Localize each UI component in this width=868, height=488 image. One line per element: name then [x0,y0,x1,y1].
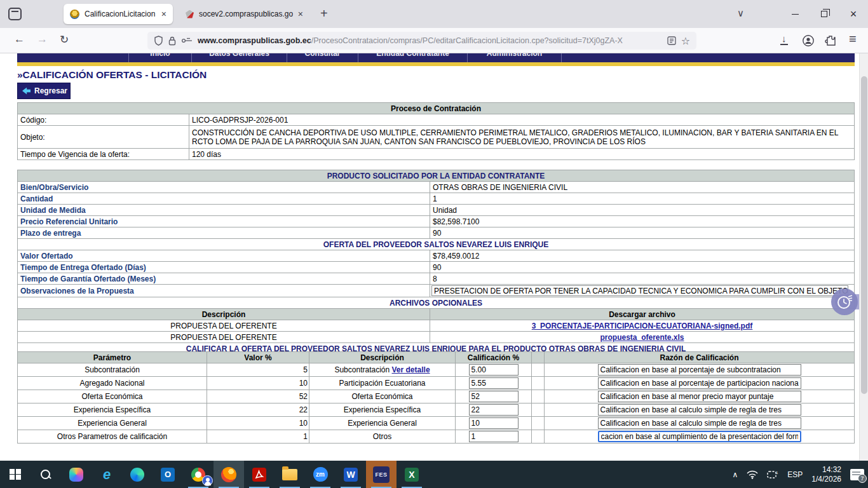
taskbar-acrobat[interactable] [244,461,275,488]
calificacion-input[interactable] [469,404,519,416]
restore-button[interactable] [810,0,839,28]
minimize-button[interactable] [780,0,810,28]
clock[interactable]: 14:32 1/4/2026 [811,465,841,484]
language-indicator[interactable]: ESP [787,470,803,479]
nav-entidad-contratante[interactable]: Entidad Contratante [358,53,468,62]
spacer-cell [532,417,545,430]
taskbar-search-button[interactable] [31,461,61,488]
regresar-button[interactable]: Regresar [17,83,71,99]
tab-list-chevron-icon[interactable]: ∨ [737,8,744,19]
table-row: PROPUESTA DEL OFERENTE 3_PORCENTAJE-PART… [18,320,855,332]
tab-calificacion-licitacion[interactable]: CalificacionLicitacion × [64,4,173,24]
bookmark-star-icon[interactable]: ☆ [681,35,690,47]
tray-chevron-icon[interactable]: ∧ [732,470,738,479]
tab-socev2[interactable]: socev2.compraspublicas.gob.ec × [179,4,309,24]
razon-input[interactable] [598,391,801,402]
start-button[interactable] [0,461,31,488]
taskbar-outlook[interactable]: O [153,461,183,488]
firefox-view-icon[interactable] [8,8,22,20]
taskbar-copilot[interactable] [61,461,92,488]
taskbar-file-explorer[interactable] [275,461,305,488]
calificacion-input[interactable] [469,377,519,389]
reader-mode-icon[interactable] [667,36,676,45]
taskbar-fes-app[interactable]: FES [366,461,397,488]
valor-cell: 10 [207,377,309,390]
url-bar[interactable]: www.compraspublicas.gob.ec/ProcesoContra… [147,32,696,50]
archivo-descripcion: PROPUESTA DEL OFERENTE [18,332,430,343]
spacer-cell [532,430,545,444]
taskbar-zoom[interactable]: zm [305,461,336,488]
archivo-xls-link[interactable]: propuesta_oferente.xls [600,333,684,342]
nav-consultar[interactable]: Consultar [287,53,358,62]
razon-input-focused[interactable] [598,431,801,442]
descripcion-cell: Experiencia Específica [309,403,456,417]
descripcion-cell: Otros [309,430,456,444]
wifi-icon[interactable] [747,470,758,479]
taskbar-chrome[interactable] [183,461,214,488]
calificacion-input[interactable] [469,391,519,402]
calificar-row-experiencia-general: Experiencia General 10 Experiencia Gener… [18,417,855,430]
row-value: 8 [430,273,855,285]
nav-datos-generales[interactable]: Datos Generales [192,53,287,62]
archivo-pdf-link[interactable]: 3_PORCENTAJE-PARTICIPACION-ECUATORIANA-s… [532,322,753,330]
tab-close-icon[interactable]: × [298,9,303,19]
virtual-desktop-icon[interactable]: 1 [767,470,778,479]
calificacion-input[interactable] [469,364,519,376]
extensions-puzzle-icon[interactable] [825,34,837,49]
back-icon[interactable]: ← [14,33,25,46]
archivos-header: ARCHIVOS OPCIONALES [18,297,855,309]
browser-toolbar: ← → ↻ www.compraspublicas.gob.ec/Proceso… [0,28,868,53]
col-valor: Valor % [207,352,309,363]
producto-header: PRODUCTO SOLICITADO POR LA ENTIDAD CONTR… [18,170,855,182]
permissions-icon[interactable] [181,37,193,44]
nav-administracion[interactable]: Administración [468,53,562,62]
shield-icon[interactable] [154,36,163,46]
table-row: Tiempo de Vigencia de la oferta:120 días [18,149,855,160]
lock-icon[interactable] [168,36,176,46]
taskbar-excel[interactable]: X [397,461,427,488]
razon-input[interactable] [598,364,801,376]
url-text[interactable]: www.compraspublicas.gob.ec/ProcesoContra… [198,36,662,45]
back-arrow-icon [22,88,31,95]
url-path: /ProcesoContratacion/compras/PC/editarCa… [311,36,623,45]
ver-detalle-link[interactable]: Ver detalle [392,365,430,374]
reload-icon[interactable]: ↻ [60,33,69,46]
gold-stripe [17,62,855,66]
floating-timer-widget[interactable] [831,291,863,313]
razon-input[interactable] [598,404,801,416]
col-razon: Razón de Calificación [545,352,855,363]
calificacion-input[interactable] [469,417,519,429]
taskbar-word[interactable]: W [336,461,366,488]
menu-hamburger-icon[interactable]: ≡ [849,32,857,46]
proceso-table: Proceso de Contratación Código:LICO-GADP… [17,102,855,160]
row-value: 90 [430,227,855,239]
table-row: Código:LICO-GADPRSJP-2026-001 [18,114,855,126]
row-value: $78,459.0012 [430,250,855,262]
table-row: Valor Ofertado$78,459.0012 [18,250,855,262]
new-tab-button[interactable]: + [320,6,328,21]
taskbar-internet-explorer[interactable]: e [92,461,122,488]
page-scrollbar[interactable] [859,53,868,461]
razon-input[interactable] [598,417,801,429]
calificar-row-subcontratacion: Subcontratación 5 Subcontratación Ver de… [18,363,855,377]
row-label: Observaciones de la Propuesta [18,285,430,297]
row-value: $82,598.7100 [430,216,855,227]
razon-input[interactable] [598,377,801,389]
taskbar-firefox-active[interactable] [214,461,244,488]
calificacion-input[interactable] [469,431,519,442]
taskbar-edge[interactable] [122,461,153,488]
row-label: Código: [18,114,189,126]
notifications-icon[interactable]: 7 [850,469,864,480]
account-icon[interactable] [802,34,815,50]
downloads-icon[interactable]: ↓ [780,33,788,44]
col-spacer [532,352,545,363]
system-tray: ∧ 1 ESP 14:32 1/4/2026 7 [732,461,864,488]
tab-close-icon[interactable]: × [161,9,166,19]
spacer-cell [532,377,545,390]
forward-icon[interactable]: → [37,33,48,46]
close-button[interactable]: × [839,0,868,28]
table-row: Bien/Obra/ServicioOTRAS OBRAS DE INGENIE… [18,182,855,193]
nav-inicio[interactable]: Inicio [128,53,192,62]
tray-date: 1/4/2026 [811,475,841,484]
scrollbar-thumb[interactable] [861,76,867,394]
